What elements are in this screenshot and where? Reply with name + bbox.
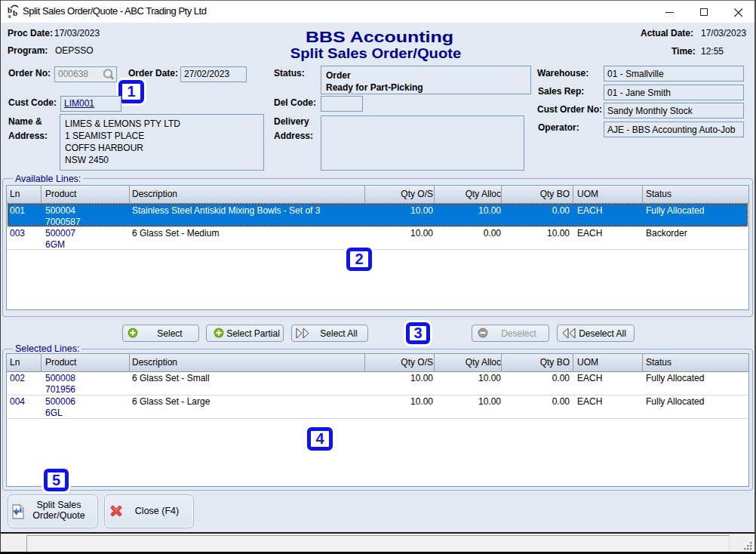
svg-text:b: b bbox=[13, 8, 17, 17]
